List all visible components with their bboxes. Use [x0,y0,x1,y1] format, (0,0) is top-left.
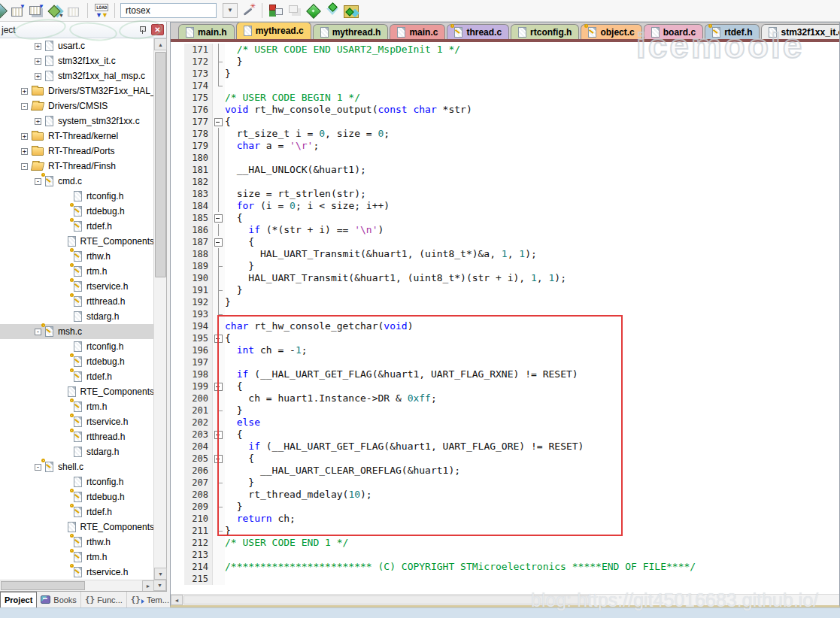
tree-item-usart.c[interactable]: +usart.c [0,38,154,53]
rebuild-icon[interactable] [28,2,45,20]
build-icon[interactable] [9,2,26,20]
expand-icon[interactable]: + [35,73,41,80]
tree-item-rtthread.h[interactable]: rtthread.h [0,429,154,444]
batch-build-icon[interactable] [65,2,83,20]
expand-icon[interactable]: + [35,118,41,125]
rebuild-all-icon[interactable] [47,2,64,20]
tree-vertical-scrollbar[interactable]: ▲ ▼ [153,38,166,580]
fold-collapse-icon[interactable] [213,212,225,224]
tree-item-cmd.c[interactable]: -cmd.c [0,174,154,189]
pin-icon[interactable] [138,26,147,35]
panel-tab-func[interactable]: {}Func... [81,592,127,607]
panel-tab-books[interactable]: Books [37,592,81,607]
target-combo-arrow-icon[interactable]: ▼ [223,3,238,18]
fold-collapse-icon[interactable] [213,332,225,344]
tree-item-label: rtdebug.h [86,492,125,502]
tree-item-rtservice.h[interactable]: rtservice.h [0,414,154,429]
tree-item-rtm.h[interactable]: rtm.h [0,264,154,279]
tree-item-rtthread.h[interactable]: rtthread.h [0,294,154,309]
tree-item-stdarg.h[interactable]: stdarg.h [0,444,154,459]
scroll-down-icon[interactable]: ▼ [154,568,167,580]
tree-item-stm32f1xx_hal_msp.c[interactable]: +stm32f1xx_hal_msp.c [0,68,154,83]
editor-tab-main.c[interactable]: main.c [390,24,445,39]
collapse-icon[interactable]: - [35,178,41,185]
tree-item-rtservice.h[interactable]: rtservice.h [0,279,154,294]
panel-tab-tem[interactable]: {}Tem... [127,592,174,607]
fold-collapse-icon[interactable] [213,380,225,392]
load-icon[interactable] [92,2,110,20]
target-combobox[interactable]: rtosex ▼ [120,3,238,18]
tree-item-stm32f1xx_it.c[interactable]: +stm32f1xx_it.c [0,53,154,68]
tree-item-RT-Thread/Finsh[interactable]: -RT-Thread/Finsh [0,159,154,174]
key-icon [70,263,74,267]
tree-item-rtm.h[interactable]: rtm.h [0,550,154,565]
tree-item-rtdebug.h[interactable]: rtdebug.h [0,489,154,504]
tree-item-rtdebug.h[interactable]: rtdebug.h [0,204,154,219]
scroll-corner-down-icon[interactable]: ▼ [153,580,166,591]
manage-components-icon[interactable] [267,2,284,20]
tree-item-RTE_Components[interactable]: RTE_Components [0,520,154,535]
tree-item-msh.c[interactable]: -msh.c [0,324,154,339]
collapse-icon[interactable]: - [35,329,41,335]
editor-tab-board.c[interactable]: board.c [644,24,703,39]
select-packs-icon[interactable] [323,2,341,20]
tree-item-Drivers/STM32F1xx_HAL_[interactable]: +Drivers/STM32F1xx_HAL_ [0,83,154,98]
expand-icon[interactable]: + [35,43,41,50]
tree-item-Drivers/CMSIS[interactable]: -Drivers/CMSIS [0,98,154,114]
code-view[interactable]: 171 /* USER CODE END USART2_MspDeInit 1 … [171,42,839,594]
panel-tab-project[interactable]: Project [0,592,37,607]
compile-icon[interactable] [0,2,8,20]
expand-icon[interactable]: + [21,88,28,95]
tree-item-rtconfig.h[interactable]: rtconfig.h [0,474,154,489]
tree-item-rtm.h[interactable]: rtm.h [0,399,154,414]
copy-icon[interactable] [286,2,303,20]
tree-item-system_stm32f1xx.c[interactable]: +system_stm32f1xx.c [0,114,154,129]
tree-horizontal-scrollbar[interactable]: ► [0,580,154,591]
fold-collapse-icon[interactable] [213,236,225,248]
editor-tab-rtdef.h[interactable]: rtdef.h [705,24,760,39]
scroll-left-icon[interactable]: ◄ [171,595,183,605]
editor-tab-mythread.h[interactable]: mythread.h [313,24,389,39]
scroll-right-icon[interactable]: ► [142,580,154,592]
editor-tab-stm32f1xx_it.c[interactable]: stm32f1xx_it.c [761,24,839,39]
tree-item-rthw.h[interactable]: rthw.h [0,249,154,264]
tree-item-rtdef.h[interactable]: rtdef.h [0,219,154,234]
collapse-icon[interactable]: - [35,464,41,471]
editor-tab-rtconfig.h[interactable]: rtconfig.h [511,24,579,39]
fold-collapse-icon[interactable] [213,429,225,441]
fold-collapse-icon[interactable] [213,116,225,128]
expand-icon[interactable]: + [35,58,41,65]
editor-tab-main.h[interactable]: main.h [178,24,235,39]
horizontal-scroll-thumb[interactable] [1,581,85,590]
expand-icon[interactable]: + [21,148,28,155]
scroll-up-icon[interactable]: ▲ [154,38,167,50]
editor-tab-object.c[interactable]: object.c [581,24,641,39]
manage-rte-icon[interactable] [342,2,359,20]
tree-item-rtconfig.h[interactable]: rtconfig.h [0,189,154,204]
tree-item-rtdef.h[interactable]: rtdef.h [0,369,154,384]
pack-installer-icon[interactable] [305,2,322,20]
editor-tab-thread.c[interactable]: thread.c [447,24,509,39]
fold-collapse-icon[interactable] [213,453,225,465]
tree-item-rtservice.h[interactable]: rtservice.h [0,565,154,580]
tree-item-stdarg.h[interactable]: stdarg.h [0,309,154,324]
tree-item-rtdebug.h[interactable]: rtdebug.h [0,354,154,369]
tree-item-RTE_Components[interactable]: RTE_Components [0,234,154,249]
collapse-icon[interactable]: - [21,103,28,110]
tree-item-RTE_Components[interactable]: RTE_Components [0,384,154,399]
target-options-icon[interactable] [240,2,257,20]
expand-icon[interactable]: + [21,133,28,140]
editor-tab-mythread.c[interactable]: mythread.c [236,23,311,39]
tree-item-rtdef.h[interactable]: rtdef.h [0,504,154,520]
collapse-icon[interactable]: - [21,163,28,170]
vertical-scroll-thumb[interactable] [155,52,166,277]
close-icon[interactable]: ✕ [151,24,164,35]
editor-scroll-thumb[interactable] [183,595,590,604]
tree-item-RT-Thread/kernel[interactable]: +RT-Thread/kernel [0,129,154,144]
tree-item-shell.c[interactable]: -shell.c [0,459,154,474]
target-combo-value[interactable]: rtosex [120,3,217,18]
tree-item-RT-Thread/Ports[interactable]: +RT-Thread/Ports [0,144,154,159]
editor-horizontal-scrollbar[interactable]: ◄ [171,594,839,605]
tree-item-rthw.h[interactable]: rthw.h [0,535,154,550]
tree-item-rtconfig.h[interactable]: rtconfig.h [0,339,154,354]
